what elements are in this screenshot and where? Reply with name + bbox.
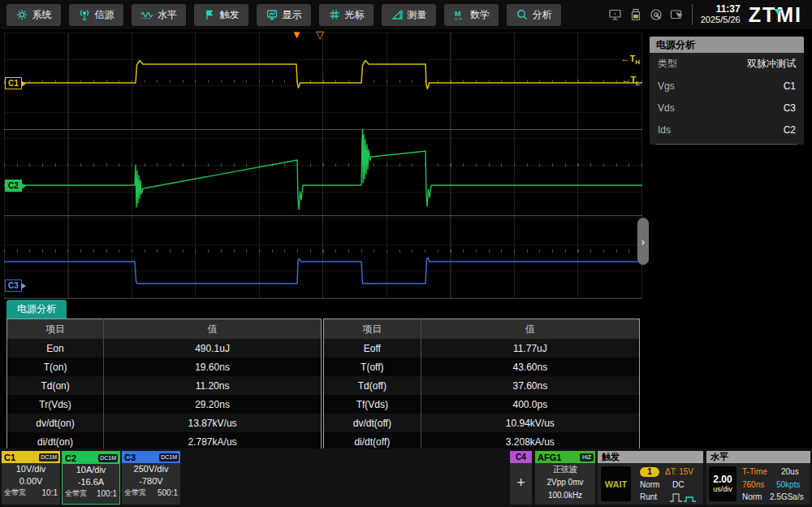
trigger-flag-icon	[204, 9, 215, 20]
gesture-icon[interactable]	[670, 8, 684, 21]
column-header: 项目	[7, 319, 104, 340]
trigger-panel-title: 触发	[598, 451, 703, 463]
afg-box[interactable]: AFG1 HiZ 正弦波 2Vpp 0mv 100.0kHz	[535, 451, 595, 505]
network-display-icon[interactable]	[608, 8, 622, 21]
column-header: 值	[421, 319, 639, 340]
table-row: dv/dt(on)13.87kV/us	[7, 414, 322, 432]
oscilloscope-screen: 系统 信源 水平 触发 显示 光标 测量 M+-× 数学	[0, 0, 812, 507]
afg-header: AFG1 HiZ	[535, 451, 595, 463]
coupling-badge: DC1M	[39, 453, 58, 462]
results-table-off: 项目 值 Eoff11.77uJ T(off)43.60ns Td(off)37…	[323, 318, 640, 452]
channel-name: C3	[124, 453, 136, 462]
channel-box-c2[interactable]: C2 DC1M 10A/div -16.6A 全带宽 100:1	[62, 451, 120, 505]
bottom-status-bar: C1 DC1M 10V/div 0.00V 全带宽 10:1 C2 DC1M 1…	[0, 448, 812, 507]
trigger-level: ΔT: 15V	[665, 467, 693, 477]
analysis-row-type[interactable]: 类型 双脉冲测试	[650, 53, 804, 75]
usb-device-icon[interactable]	[629, 8, 642, 21]
channel-name: C2	[65, 453, 76, 463]
threshold-low-marker[interactable]: ←TL	[621, 75, 640, 87]
menu-button-display[interactable]: 显示	[257, 4, 311, 26]
afg-amplitude: 2Vpp 0mv	[535, 476, 595, 489]
date: 2025/5/26	[701, 15, 741, 25]
probe-ratio: 500:1	[158, 488, 178, 497]
row-label: Vds	[658, 102, 675, 114]
column-header: 项目	[324, 319, 421, 340]
horizontal-panel[interactable]: 水平 2.00 us/div T-Time 20us 760ns 50kpts …	[706, 451, 810, 505]
analysis-row-ids[interactable]: Ids C2	[650, 119, 804, 141]
table-row: Tr(Vds)29.20ns	[7, 395, 322, 414]
table-row: Td(off)37.60ns	[324, 376, 640, 395]
row-label: 类型	[658, 57, 677, 71]
menu-label: 光标	[345, 8, 365, 22]
side-panel-expander[interactable]: ›	[637, 218, 649, 265]
menu-button-measure[interactable]: 测量	[382, 4, 436, 26]
chevron-right-icon: ›	[641, 236, 645, 248]
horizontal-wave-icon	[140, 9, 153, 20]
channel-tag-c3[interactable]: C3	[5, 280, 22, 292]
add-channel-icon[interactable]: +	[510, 463, 532, 502]
menu-button-source[interactable]: 信源	[69, 4, 123, 26]
record-length: 50kpts	[776, 480, 800, 490]
table-row: T(off)43.60ns	[324, 358, 640, 376]
delay-position-marker-icon[interactable]: ▽	[316, 29, 324, 41]
channel-scale: 10A/div	[63, 464, 119, 476]
gear-icon	[16, 9, 28, 20]
waveform-traces	[4, 32, 642, 298]
table-row: Tf(Vds)400.0ps	[324, 395, 640, 414]
logo-triangle-icon	[774, 9, 782, 15]
tab-power-analysis[interactable]: 电源分析	[6, 300, 67, 318]
runt-pulse-icon	[669, 492, 698, 503]
channel-name: C4	[510, 451, 532, 463]
coupling-badge: DC1M	[159, 453, 179, 462]
channel-tag-c1[interactable]: C1	[5, 77, 22, 89]
touch-icon[interactable]	[650, 8, 663, 21]
menu-button-cursor[interactable]: 光标	[319, 4, 374, 26]
cursor-grid-icon	[329, 9, 340, 20]
channel-name: C1	[4, 453, 15, 462]
channel-box-c3[interactable]: C3 DC1M 250V/div -780V 全带宽 500:1	[122, 451, 180, 505]
timebase-unit: us/div	[713, 485, 732, 493]
row-label: Vgs	[658, 80, 675, 92]
trigger-status-box: WAIT	[601, 466, 631, 501]
acquisition-mode: Norm	[742, 492, 762, 502]
table-row: T(on)19.60ns	[7, 358, 322, 376]
channel-footer: 全带宽 100:1	[63, 488, 119, 499]
channel-offset: -16.6A	[63, 476, 119, 488]
panel-divider	[656, 144, 797, 145]
menu-label: 数学	[470, 8, 490, 22]
menu-button-trigger[interactable]: 触发	[194, 4, 248, 26]
trigger-source-badge: 1	[640, 467, 659, 477]
clock: 11:37 2025/5/26	[692, 4, 741, 25]
menu-button-horizontal[interactable]: 水平	[132, 4, 186, 26]
afg-waveform-type: 正弦波	[535, 463, 595, 476]
bandwidth-label: 全带宽	[124, 488, 146, 498]
menu-label: 分析	[533, 8, 552, 22]
menu-button-math[interactable]: M+-× 数学	[444, 4, 499, 26]
trigger-panel[interactable]: 触发 WAIT 1 ΔT: 15V Norm DC Runt	[598, 451, 703, 505]
channel-tag-arrow-icon	[21, 80, 26, 87]
threshold-high-marker[interactable]: ←TH	[620, 54, 640, 66]
row-value: C1	[784, 80, 796, 92]
display-icon	[266, 9, 278, 20]
channel-box-c1[interactable]: C1 DC1M 10V/div 0.00V 全带宽 10:1	[2, 451, 60, 505]
trigger-mode: Norm	[640, 480, 659, 490]
analysis-row-vgs[interactable]: Vgs C1	[650, 75, 804, 97]
channel-tag-label: C2	[8, 181, 19, 190]
channel-tag-arrow-icon	[21, 283, 26, 289]
menu-button-analysis[interactable]: 分析	[507, 4, 561, 26]
table-header-row: 项目 值	[324, 319, 640, 340]
waveform-display[interactable]: ▼ ▽ C1 C2 C3 ←TH ←TL	[4, 32, 642, 299]
trace-c2	[4, 129, 642, 210]
coupling-badge: DC1M	[98, 454, 118, 462]
channel-tag-c2[interactable]: C2	[5, 180, 22, 192]
channel-tag-arrow-icon	[21, 183, 26, 189]
channel-box-c4[interactable]: C4 +	[510, 451, 532, 505]
afg-name: AFG1	[538, 453, 561, 462]
panel-title: 电源分析	[650, 37, 804, 53]
trigger-position-marker-icon[interactable]: ▼	[292, 29, 302, 41]
probe-ratio: 10:1	[42, 488, 58, 497]
row-value: C2	[784, 124, 796, 136]
menu-button-system[interactable]: 系统	[6, 4, 61, 26]
row-value: C3	[784, 102, 796, 114]
analysis-row-vds[interactable]: Vds C3	[650, 97, 804, 119]
